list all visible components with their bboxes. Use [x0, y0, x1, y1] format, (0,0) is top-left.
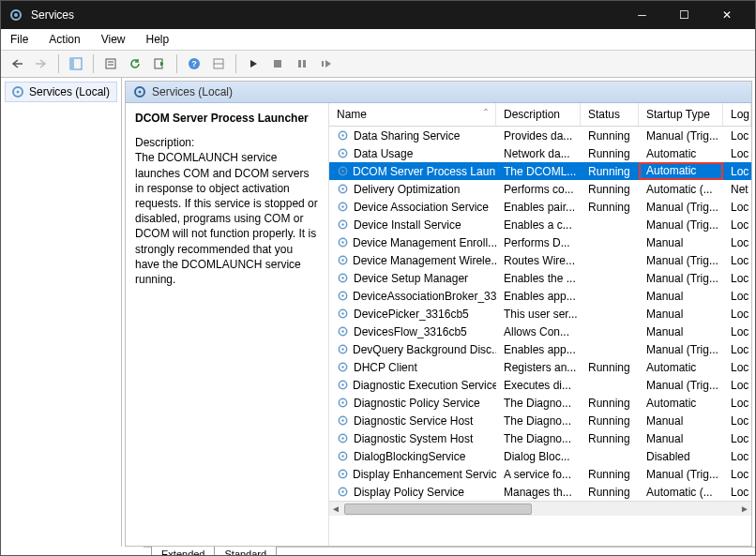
scroll-thumb[interactable]: [344, 503, 532, 515]
service-row[interactable]: Diagnostic Policy ServiceThe Diagno...Ru…: [329, 394, 751, 412]
service-row[interactable]: Data UsageNetwork da...RunningAutomaticL…: [329, 144, 751, 162]
service-row[interactable]: DeviceAssociationBroker_33...Enables app…: [329, 287, 751, 305]
svg-point-27: [341, 188, 343, 189]
menu-help[interactable]: Help: [143, 31, 174, 48]
svg-point-55: [341, 437, 343, 439]
help-button[interactable]: ?: [184, 53, 204, 74]
svg-point-51: [341, 401, 343, 403]
service-row[interactable]: Device Association ServiceEnables pair..…: [329, 198, 751, 216]
description-text: The DCOMLAUNCH service launches COM and …: [135, 150, 319, 287]
service-row[interactable]: DevicesFlow_3316cb5Allows Con...ManualLo…: [329, 323, 751, 340]
service-gear-icon: [337, 183, 350, 196]
service-row[interactable]: DHCP ClientRegisters an...RunningAutomat…: [329, 358, 751, 376]
cell-description: Manages th...: [496, 486, 581, 499]
svg-point-23: [341, 152, 343, 154]
cell-description: The Diagno...: [496, 432, 581, 445]
forward-button[interactable]: [31, 53, 52, 74]
detail-pane: DCOM Server Process Launcher Description…: [126, 103, 328, 546]
service-row[interactable]: Device Management Wirele...Routes Wire..…: [329, 251, 751, 269]
cell-logon: Loc: [723, 379, 751, 392]
svg-point-39: [341, 294, 343, 296]
service-row[interactable]: DevQuery Background Disc...Enables app..…: [329, 340, 751, 358]
service-row[interactable]: Data Sharing ServiceProvides da...Runnin…: [329, 127, 751, 144]
scroll-right-icon[interactable]: ►: [740, 503, 749, 514]
cell-name: Data Sharing Service: [329, 129, 496, 143]
cell-startup-type: Manual: [639, 414, 723, 428]
cell-description: Provides da...: [496, 129, 581, 143]
service-row[interactable]: Device Install ServiceEnables a c...Manu…: [329, 216, 751, 233]
menu-action[interactable]: Action: [45, 31, 83, 48]
show-hide-tree-button[interactable]: [66, 53, 86, 74]
stop-service-button[interactable]: [267, 53, 288, 74]
export-button[interactable]: [149, 53, 170, 74]
service-gear-icon: [337, 236, 349, 249]
col-description[interactable]: Description: [496, 103, 581, 126]
restart-service-button[interactable]: [316, 53, 337, 74]
cell-description: Performs co...: [496, 183, 581, 196]
cell-status: Running: [581, 414, 639, 428]
refresh-button[interactable]: [125, 53, 145, 74]
cell-name: Data Usage: [329, 147, 496, 160]
tab-standard[interactable]: Standard: [214, 547, 277, 556]
service-gear-icon: [337, 486, 350, 499]
cell-description: Enables pair...: [496, 201, 581, 214]
cell-description: Routes Wire...: [496, 254, 581, 267]
service-row[interactable]: Diagnostic System HostThe Diagno...Runni…: [329, 429, 751, 447]
svg-point-29: [341, 205, 343, 207]
service-row[interactable]: DCOM Server Process Laun...The DCOML...R…: [329, 162, 751, 180]
selected-service-title: DCOM Server Process Launcher: [135, 111, 319, 126]
service-gear-icon: [337, 308, 350, 321]
service-row[interactable]: DevicePicker_3316cb5This user ser...Manu…: [329, 305, 751, 323]
minimize-button[interactable]: ─: [621, 1, 663, 29]
cell-logon: Loc: [723, 414, 751, 428]
cell-description: Dialog Bloc...: [496, 450, 581, 463]
right-header-label: Services (Local): [152, 85, 233, 98]
properties-button[interactable]: [100, 53, 121, 74]
svg-rect-3: [70, 58, 74, 69]
start-service-button[interactable]: [243, 53, 264, 74]
tree-item-services-local[interactable]: Services (Local): [5, 82, 117, 102]
scroll-left-icon[interactable]: ◄: [331, 503, 340, 514]
back-button[interactable]: [7, 53, 27, 74]
menu-view[interactable]: View: [98, 31, 129, 48]
description-label: Description:: [135, 135, 319, 150]
cell-description: Enables app...: [496, 343, 581, 356]
cell-status: Running: [581, 183, 639, 196]
service-row[interactable]: Diagnostic Execution ServiceExecutes di.…: [329, 376, 751, 394]
cell-logon: Net: [723, 183, 751, 196]
horizontal-scrollbar[interactable]: ◄ ►: [329, 501, 751, 516]
maximize-button[interactable]: ☐: [663, 1, 705, 29]
cell-startup-type: Automatic: [639, 162, 723, 180]
svg-point-31: [341, 223, 343, 225]
cell-name: Device Install Service: [329, 218, 496, 232]
menu-file[interactable]: File: [7, 31, 32, 48]
cell-name: DevicesFlow_3316cb5: [329, 325, 496, 338]
svg-point-45: [341, 348, 343, 350]
toolbar: ?: [1, 51, 755, 78]
separator: [176, 54, 177, 73]
toolbar-icon[interactable]: [208, 53, 229, 74]
col-startup-type[interactable]: Startup Type: [639, 103, 723, 126]
col-name[interactable]: Name ˆ: [329, 103, 496, 126]
app-gear-icon: [8, 8, 23, 23]
col-status[interactable]: Status: [581, 103, 639, 126]
svg-point-1: [14, 13, 18, 17]
titlebar[interactable]: Services ─ ☐ ✕: [1, 1, 755, 29]
tab-extended[interactable]: Extended: [151, 547, 215, 556]
service-row[interactable]: DialogBlockingServiceDialog Bloc...Disab…: [329, 447, 751, 465]
service-row[interactable]: Display Policy ServiceManages th...Runni…: [329, 483, 751, 501]
service-gear-icon: [337, 201, 350, 214]
service-row[interactable]: Display Enhancement ServiceA service fo.…: [329, 465, 751, 483]
close-button[interactable]: ✕: [705, 1, 748, 29]
pause-service-button[interactable]: [292, 53, 312, 74]
service-row[interactable]: Device Setup ManagerEnables the ...Manua…: [329, 269, 751, 287]
service-gear-icon: [337, 325, 350, 338]
service-row[interactable]: Device Management Enroll...Performs D...…: [329, 233, 751, 251]
service-row[interactable]: Diagnostic Service HostThe Diagno...Runn…: [329, 412, 751, 429]
cell-startup-type: Manual (Trig...: [639, 379, 723, 392]
service-row[interactable]: Delivery OptimizationPerforms co...Runni…: [329, 180, 751, 198]
services-list[interactable]: Name ˆ Description Status Startup Type L…: [328, 103, 751, 546]
cell-description: Executes di...: [496, 379, 581, 392]
cell-description: Enables a c...: [496, 218, 581, 232]
col-logon[interactable]: Log: [723, 103, 751, 126]
